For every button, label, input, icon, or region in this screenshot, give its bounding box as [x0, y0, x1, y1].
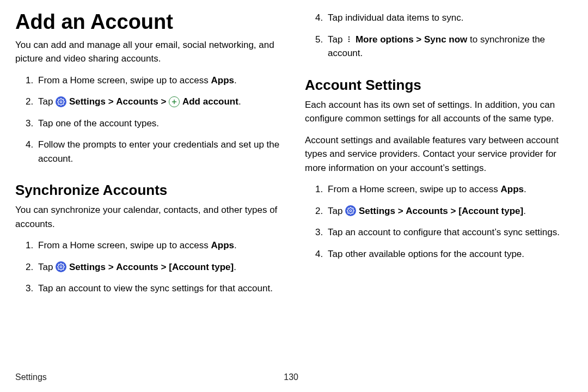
accounts-label: Accounts [406, 206, 448, 216]
chevron-icon: > [108, 96, 114, 107]
settings-label: Settings [69, 262, 106, 272]
list-item: Tap Settings > Accounts > [Account type]… [36, 260, 283, 274]
list-item: From a Home screen, swipe up to access A… [36, 74, 283, 88]
list-item: Tap other available options for the acco… [326, 247, 573, 261]
list-item: Follow the prompts to enter your credent… [36, 138, 283, 166]
list-item: Tap an account to view the sync settings… [36, 281, 283, 296]
add-account-steps: From a Home screen, swipe up to access A… [15, 74, 283, 166]
svg-point-7 [350, 210, 352, 212]
section-heading: Synchronize Accounts [15, 182, 283, 199]
chevron-icon: > [108, 262, 114, 272]
list-item: Tap an account to configure that account… [326, 225, 573, 240]
page-footer: Settings 130 [15, 367, 298, 382]
svg-point-0 [60, 101, 62, 103]
section-heading: Account Settings [305, 77, 573, 94]
step-text: From a Home screen, swipe up to access [38, 240, 211, 250]
list-item: Tap individual data items to sync. [326, 11, 573, 25]
step-text: Tap [38, 262, 56, 272]
svg-point-5 [348, 39, 350, 40]
body-paragraph: Account settings and available features … [305, 133, 573, 175]
step-text: From a Home screen, swipe up to access [328, 184, 500, 194]
step-text: Tap [328, 206, 345, 216]
step-text: . [234, 240, 237, 250]
left-column: Add an Account You can add and manage al… [15, 11, 283, 367]
list-item: From a Home screen, swipe up to access A… [36, 238, 283, 253]
list-item: Tap Settings > Accounts > [Account type]… [326, 204, 573, 218]
svg-point-4 [348, 36, 350, 38]
sync-now-label: Sync now [424, 34, 467, 45]
account-settings-steps: From a Home screen, swipe up to access A… [305, 182, 573, 261]
plus-icon [169, 96, 180, 107]
settings-label: Settings [359, 206, 395, 216]
apps-label: Apps [211, 75, 234, 85]
apps-label: Apps [500, 184, 524, 194]
step-text: Tap [328, 34, 345, 45]
intro-paragraph: You can add and manage all your email, s… [15, 38, 283, 66]
chevron-icon: > [451, 206, 456, 216]
list-item: From a Home screen, swipe up to access A… [326, 182, 573, 197]
sync-accounts-steps-cont: Tap individual data items to sync. Tap M… [305, 11, 573, 60]
step-text: . [234, 262, 236, 272]
list-item: Tap Settings > Accounts > Add account. [36, 95, 283, 109]
chevron-icon: > [161, 96, 167, 107]
chevron-icon: > [161, 262, 167, 272]
account-type-label: [Account type] [169, 262, 234, 272]
right-column: Tap individual data items to sync. Tap M… [305, 11, 573, 367]
manual-page: Add an Account You can add and manage al… [0, 0, 588, 392]
list-item: Tap one of the account types. [36, 117, 283, 131]
more-options-label: More options [356, 34, 414, 45]
accounts-label: Accounts [116, 262, 158, 272]
account-type-label: [Account type] [458, 206, 523, 216]
page-title: Add an Account [15, 11, 283, 34]
step-text: . [523, 206, 526, 216]
step-text: Tap [38, 96, 56, 107]
accounts-label: Accounts [116, 96, 158, 107]
body-paragraph: Each account has its own set of settings… [305, 98, 573, 126]
svg-point-6 [348, 41, 350, 42]
apps-label: Apps [211, 240, 234, 250]
page-number: 130 [284, 372, 298, 382]
sync-accounts-steps: From a Home screen, swipe up to access A… [15, 238, 283, 296]
two-column-layout: Add an Account You can add and manage al… [15, 11, 573, 367]
settings-icon [56, 261, 66, 272]
svg-point-3 [60, 266, 62, 268]
more-options-icon [345, 34, 353, 44]
chevron-icon: > [416, 34, 421, 45]
add-account-label: Add account [182, 96, 238, 107]
footer-section-label: Settings [15, 372, 47, 382]
settings-icon [345, 205, 356, 216]
step-text: From a Home screen, swipe up to access [38, 75, 211, 85]
list-item: Tap More options > Sync now to synchroni… [326, 33, 573, 60]
step-text: . [238, 96, 241, 107]
intro-paragraph: You can synchronize your calendar, conta… [15, 203, 283, 231]
step-text: . [234, 75, 237, 85]
settings-icon [56, 96, 66, 107]
chevron-icon: > [398, 206, 403, 216]
step-text: . [524, 184, 526, 194]
settings-label: Settings [69, 96, 106, 107]
